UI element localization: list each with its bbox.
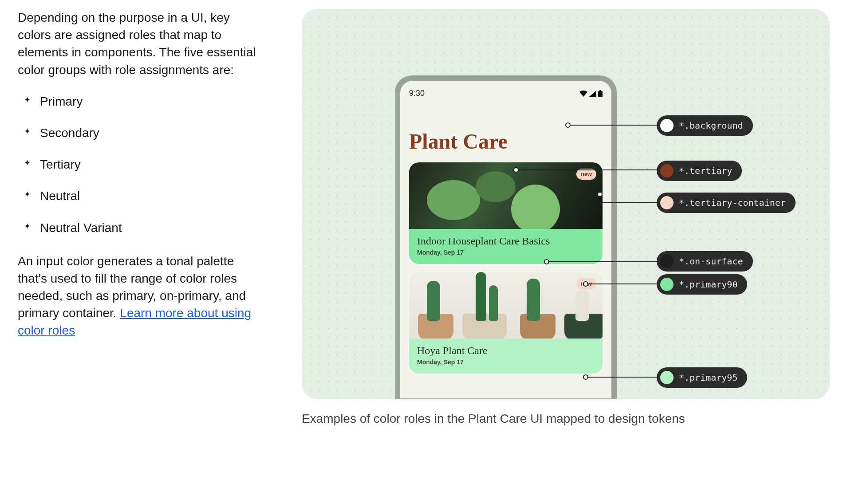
app-title: Plant Care xyxy=(409,129,603,154)
list-item: Tertiary xyxy=(24,156,266,173)
token-pill-tertiary-container: *.tertiary-container xyxy=(657,193,796,213)
card-title: Hoya Plant Care xyxy=(417,345,595,357)
annotation-line xyxy=(600,202,657,203)
intro-paragraph: Depending on the purpose in a UI, key co… xyxy=(18,9,266,79)
status-time: 9:30 xyxy=(409,89,425,98)
swatch-icon xyxy=(660,164,674,177)
annotation-dot xyxy=(597,192,603,197)
annotation-line xyxy=(586,377,657,378)
list-item: Primary xyxy=(24,93,266,110)
list-item: Neutral xyxy=(24,187,266,205)
token-pill-tertiary: *.tertiary xyxy=(657,161,742,181)
color-groups-list: Primary Secondary Tertiary Neutral Neutr… xyxy=(24,93,266,236)
annotation-dot xyxy=(565,122,571,128)
article-card: new Indoor Houseplant Care Basics Monday… xyxy=(409,162,603,264)
card-image: new xyxy=(409,162,603,229)
battery-icon xyxy=(598,90,603,97)
card-image: new xyxy=(409,272,603,339)
phone-frame: 9:30 Plant Care new xyxy=(395,75,617,399)
annotation-dot xyxy=(513,167,519,173)
token-pill-primary90: *.primary90 xyxy=(657,274,747,295)
status-icons xyxy=(579,90,603,97)
svg-rect-0 xyxy=(598,91,603,97)
annotation-dot xyxy=(544,259,549,264)
wifi-icon xyxy=(579,91,587,97)
token-pill-on-surface: *.on-surface xyxy=(657,251,753,272)
swatch-icon xyxy=(660,119,674,132)
annotation-dot xyxy=(583,374,588,380)
swatch-icon xyxy=(660,371,674,384)
list-item: Secondary xyxy=(24,124,266,142)
annotation-dot xyxy=(583,281,588,287)
text-column: Depending on the purpose in a UI, key co… xyxy=(18,9,266,352)
annotation-line xyxy=(547,261,657,262)
swatch-icon xyxy=(660,255,674,268)
annotation-line xyxy=(568,125,657,126)
signal-icon xyxy=(589,91,596,97)
status-bar: 9:30 xyxy=(409,89,603,98)
card-date: Monday, Sep 17 xyxy=(417,249,595,256)
token-pill-primary95: *.primary95 xyxy=(657,367,747,388)
token-pill-background: *.background xyxy=(657,115,753,136)
outro-paragraph: An input color generates a tonal palette… xyxy=(18,252,266,339)
card-date: Monday, Sep 17 xyxy=(417,358,595,366)
annotation-line xyxy=(600,203,601,204)
svg-rect-1 xyxy=(599,90,601,91)
example-figure: 9:30 Plant Care new xyxy=(302,9,830,399)
card-title: Indoor Houseplant Care Basics xyxy=(417,235,595,247)
swatch-icon xyxy=(660,196,674,209)
annotation-line xyxy=(516,169,657,170)
swatch-icon xyxy=(660,278,674,291)
phone-screen: 9:30 Plant Care new xyxy=(400,81,611,398)
annotation-line xyxy=(586,284,657,284)
article-card: new Hoya Plant Care Monday, Sep 17 xyxy=(409,272,603,374)
list-item: Neutral Variant xyxy=(24,219,266,236)
figure-caption: Examples of color roles in the Plant Car… xyxy=(302,412,833,426)
